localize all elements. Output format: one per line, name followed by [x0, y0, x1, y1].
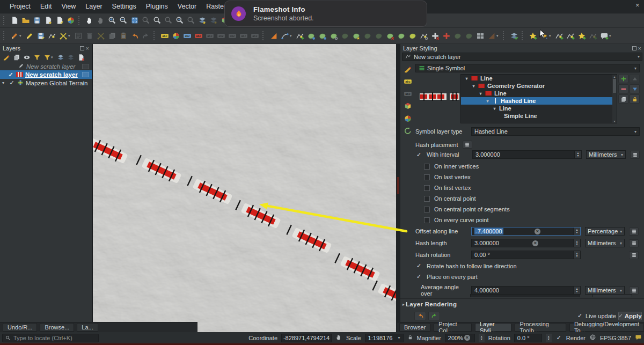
undo-icon[interactable]: [129, 31, 140, 41]
favorites-icon[interactable]: [576, 31, 587, 41]
window-close-icon[interactable]: ×: [635, 1, 640, 9]
mask-tab-icon[interactable]: abc: [402, 89, 413, 99]
hash-rotation-spinbox[interactable]: 0.00 °▴▾: [471, 251, 581, 259]
spinner-buttons[interactable]: ▴▾: [573, 227, 580, 235]
average-angle-spinbox[interactable]: 4.000000▴▾: [471, 286, 581, 295]
close-panel-icon[interactable]: ×: [86, 46, 89, 50]
lock-colors-button[interactable]: [630, 94, 640, 104]
add-ring-icon[interactable]: [351, 31, 362, 41]
clear-value-icon[interactable]: ×: [532, 240, 538, 246]
spinner-buttons[interactable]: ▴▾: [573, 287, 580, 294]
zoom-last-icon[interactable]: [174, 15, 185, 26]
manage-map-themes-icon[interactable]: [21, 53, 32, 62]
tree-item-line2[interactable]: ▾Line: [461, 90, 617, 97]
symbology-tab-icon[interactable]: [402, 64, 413, 74]
rotate-feature-icon[interactable]: [328, 31, 339, 41]
fill-style-dropdown-icon[interactable]: ▾: [549, 34, 553, 38]
paste-features-icon[interactable]: [118, 31, 129, 41]
menu-layer[interactable]: Layer: [81, 1, 106, 12]
digitize-with-curve-icon[interactable]: [280, 31, 290, 41]
menu-project[interactable]: Project: [5, 1, 35, 12]
digitize-with-curve-dropdown-icon[interactable]: ▾: [290, 34, 294, 38]
flameshot-notification[interactable]: Flameshot Info Screenshot aborted.: [224, 1, 427, 27]
filter-legend-icon[interactable]: [32, 53, 42, 62]
render-checkbox[interactable]: ✓: [555, 334, 562, 341]
zoom-to-layer-icon[interactable]: [152, 15, 163, 26]
change-label-properties-icon[interactable]: abc: [250, 31, 260, 41]
remove-symbol-layer-button[interactable]: [618, 84, 628, 93]
open-project-icon[interactable]: [20, 15, 31, 26]
undo-style-button[interactable]: [414, 312, 426, 320]
layer-row-new-scratch-layer[interactable]: ✓ New scratch layer: [0, 70, 92, 79]
tab-debugging-development[interactable]: Debugging/Development To...: [569, 323, 644, 332]
measure-icon[interactable]: [268, 31, 279, 41]
labeling-options-icon[interactable]: abc: [182, 31, 193, 41]
coordinate-value[interactable]: -828971,4794214: [281, 334, 332, 342]
north-arrow-dropdown-icon[interactable]: ▾: [496, 34, 501, 38]
tab-layers[interactable]: La...: [77, 323, 98, 332]
pin-labels-icon[interactable]: abc: [204, 31, 215, 41]
on-central-point-segments-checkbox[interactable]: [424, 207, 430, 212]
float-panel-icon[interactable]: [80, 46, 84, 50]
magnifier-spinner[interactable]: ▴▾: [479, 334, 485, 342]
expand-all-icon[interactable]: [55, 53, 65, 62]
diagrams-tab-icon[interactable]: [402, 114, 413, 123]
offset-spinbox[interactable]: -7.400000×▴▾: [471, 227, 581, 236]
pan-map-icon[interactable]: [84, 15, 95, 26]
history-tab-icon[interactable]: [402, 126, 413, 136]
data-defined-override-button[interactable]: [629, 251, 639, 259]
save-layer-edits-icon[interactable]: [35, 31, 46, 41]
new-project-icon[interactable]: [9, 15, 20, 26]
split-features-icon[interactable]: [430, 31, 441, 41]
tree-scrollbar[interactable]: ▴▾: [612, 75, 617, 123]
lock-scale-icon[interactable]: [407, 334, 413, 341]
highlight-pinned-labels-icon[interactable]: abc: [216, 31, 226, 41]
crs-globe-icon[interactable]: [589, 334, 596, 342]
tab-undo-redo[interactable]: Undo/R...: [3, 323, 37, 332]
move-up-button[interactable]: [630, 74, 640, 83]
zoom-full-icon[interactable]: [129, 15, 140, 26]
data-defined-override-button[interactable]: [463, 141, 472, 149]
zoom-next-icon[interactable]: [186, 15, 196, 26]
menu-vector[interactable]: Vector: [173, 1, 201, 12]
data-defined-override-button[interactable]: [630, 151, 640, 159]
clear-value-icon[interactable]: ×: [535, 229, 540, 234]
data-defined-override-button[interactable]: [629, 287, 639, 295]
move-label-icon[interactable]: abc: [227, 31, 238, 41]
menu-view[interactable]: View: [57, 1, 80, 12]
layer-visibility-checkbox[interactable]: ✓: [8, 71, 14, 78]
clear-value-icon[interactable]: ×: [464, 335, 470, 341]
bookmarks-icon[interactable]: [208, 15, 219, 26]
zoom-out-icon[interactable]: [118, 15, 129, 26]
caret-right-icon[interactable]: ▸: [402, 302, 405, 307]
layer-diagram-icon[interactable]: [171, 31, 181, 41]
filter-by-expression-icon[interactable]: [42, 53, 52, 62]
messages-icon[interactable]: [635, 334, 642, 342]
merge-features-icon[interactable]: [441, 31, 452, 41]
panel-splitter[interactable]: [396, 44, 400, 332]
duplicate-symbol-layer-button[interactable]: [618, 94, 628, 104]
crs-value[interactable]: EPSG:3857: [600, 335, 631, 341]
menu-settings[interactable]: Settings: [108, 1, 141, 12]
close-panel-icon[interactable]: ×: [638, 46, 641, 50]
current-edits-icon[interactable]: [9, 31, 20, 41]
scroll-up-icon[interactable]: ▴: [612, 75, 617, 78]
new-temporary-scratch-layer-icon[interactable]: [47, 31, 57, 41]
extents-toggle-icon[interactable]: [335, 334, 342, 342]
toggle-editing-icon[interactable]: [24, 31, 35, 41]
tree-item-line3[interactable]: ▾Line: [461, 105, 617, 112]
rotate-follow-checkbox[interactable]: ✓: [415, 262, 422, 269]
tree-item-simple-line[interactable]: Simple Line: [461, 112, 617, 120]
map-themes-icon[interactable]: [509, 31, 519, 41]
symbol-layer-type-combo[interactable]: Hashed Line▾: [471, 127, 640, 136]
layer-visibility-checkbox[interactable]: ✓: [9, 79, 15, 86]
add-group-icon[interactable]: [11, 53, 21, 62]
on-central-point-checkbox[interactable]: [424, 196, 430, 202]
on-every-curve-point-checkbox[interactable]: [424, 217, 430, 223]
locator-search-input[interactable]: Type to locate (Ctrl+K): [2, 334, 99, 342]
copy-features-icon[interactable]: [107, 31, 118, 41]
tab-layer-styling[interactable]: Layer Styli...: [475, 323, 512, 332]
with-interval-checkbox[interactable]: ✓: [415, 151, 422, 158]
spinner-buttons[interactable]: ▴▾: [574, 151, 581, 158]
place-every-part-checkbox[interactable]: ✓: [415, 273, 422, 280]
